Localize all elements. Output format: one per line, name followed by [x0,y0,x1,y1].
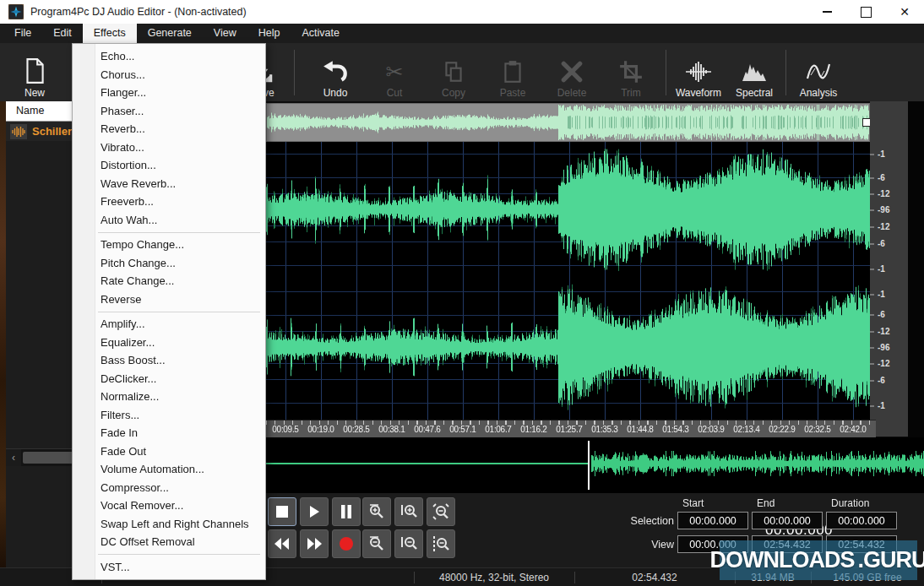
menu-help[interactable]: Help [247,24,291,43]
db-tick: -96 [878,343,889,352]
ruler-tick: 02:42.0 [835,425,871,434]
maximize-icon [861,7,872,18]
zoom-selection-button[interactable] [427,529,455,558]
db-tick: -12 [878,222,889,231]
ruler-tick: 01:25.7 [552,425,587,434]
play-button[interactable] [300,497,329,526]
menu-separator [98,312,260,312]
view-duration-field[interactable]: 02:54.432 [826,535,897,553]
menu-item-declicker[interactable]: DeClicker... [73,370,265,388]
cut-label: Cut [387,87,403,99]
scissors-icon: ✂ [386,59,404,84]
menu-item-reverb[interactable]: Reverb... [73,120,265,138]
menu-item-rate-change[interactable]: Rate Change... [73,272,265,290]
toolbar-separator [785,50,786,95]
trim-button[interactable]: Trim [603,45,659,102]
ruler-tick: 02:32.5 [800,425,835,434]
overview-waveform-bottom[interactable] [266,437,924,493]
status-disk-free: 145.09 GB free [811,568,924,586]
menu-item-bass-boost[interactable]: Bass Boost... [73,351,265,370]
menu-item-fade-out[interactable]: Fade Out [73,442,265,461]
menu-item-pitch-change[interactable]: Pitch Change... [73,254,265,273]
menu-item-phaser[interactable]: Phaser... [73,102,265,121]
main-waveform-display[interactable] [266,142,870,420]
menu-item-auto-wah[interactable]: Auto Wah... [73,211,265,230]
menu-item-tempo-change[interactable]: Tempo Change... [73,236,265,254]
overview-waveform-top[interactable] [266,103,870,142]
minimize-button[interactable] [807,0,846,24]
maximize-button[interactable] [846,0,885,24]
db-tick: -6 [878,173,885,182]
db-tick: -1 [878,290,885,299]
menu-item-reverse[interactable]: Reverse [73,290,265,309]
ruler-tick: 01:44.8 [622,425,658,434]
analysis-label: Analysis [800,87,838,99]
undo-button[interactable]: Undo [307,45,363,102]
menu-edit[interactable]: Edit [42,24,83,43]
ruler-tick: 00:09.5 [268,425,303,434]
menu-item-compressor[interactable]: Compressor... [73,479,265,497]
spectral-view-button[interactable]: Spectral [726,45,782,102]
fast-forward-button[interactable] [300,529,329,558]
menu-item-dc-offset-removal[interactable]: DC Offset Removal [73,533,265,551]
view-row-label: View [608,539,674,551]
waveform-view-button[interactable]: Waveform [669,45,728,102]
scroll-left-icon[interactable]: ‹ [6,449,21,466]
vertical-scrollbar-track[interactable] [908,101,924,437]
analysis-button[interactable]: Analysis [791,45,846,102]
selection-end-field[interactable]: 00:00.000 [752,512,823,529]
record-button[interactable] [332,529,361,558]
paste-button[interactable]: Paste [485,45,541,102]
menu-item-distortion[interactable]: Distortion... [73,156,265,175]
menu-item-flanger[interactable]: Flanger... [73,84,265,102]
menu-item-fade-in[interactable]: Fade In [73,424,265,442]
pause-button[interactable] [332,497,361,526]
menu-effects[interactable]: Effects [83,24,137,43]
end-header: End [757,497,775,509]
menu-item-vst[interactable]: VST... [73,558,265,577]
menu-item-echo[interactable]: Echo... [73,47,265,66]
menu-generate[interactable]: Generate [137,24,203,43]
time-ruler[interactable]: 00:09.5 00:19.0 00:28.5 00:38.1 00:47.6 … [266,420,876,438]
zoom-out-vertical-button[interactable] [394,529,423,558]
selection-start-field[interactable]: 00:00.000 [677,512,748,529]
cut-button[interactable]: ✂ Cut [367,45,422,102]
menu-item-wave-reverb[interactable]: Wave Reverb... [73,175,265,193]
clipboard-icon [500,59,525,84]
spectrum-icon [741,59,768,84]
menu-item-amplify[interactable]: Amplify... [73,315,265,334]
ruler-tick: 00:57.1 [445,425,481,434]
zoom-in-vertical-button[interactable] [394,497,423,526]
view-start-field[interactable]: 00:00.000 [677,535,748,553]
new-label: New [24,87,45,99]
window-edge [0,101,6,567]
menu-item-freeverb[interactable]: Freeverb... [73,193,265,211]
menu-activate[interactable]: Activate [291,24,350,43]
zoom-out-horizontal-button[interactable] [362,529,391,558]
menu-item-volume-automation[interactable]: Volume Automation... [73,460,265,479]
menu-item-chorus[interactable]: Chorus... [73,66,265,84]
copy-button[interactable]: Copy [426,45,481,102]
new-button[interactable]: New [7,45,63,102]
menu-item-equalizer[interactable]: Equalizer... [73,334,265,352]
menu-item-vibrato[interactable]: Vibrato... [73,138,265,157]
zoom-in-horizontal-button[interactable] [362,497,391,526]
stop-button[interactable] [268,497,296,526]
new-document-icon [22,57,47,84]
status-duration: 02:54.432 [574,568,735,586]
menu-item-normalize[interactable]: Normalize... [73,388,265,406]
menu-item-swap-channels[interactable]: Swap Left and Right Channels [73,515,265,534]
menu-item-vocal-remover[interactable]: Vocal Remover... [73,496,265,515]
menu-view[interactable]: View [203,24,247,43]
rewind-button[interactable] [268,529,296,558]
waveform-label: Waveform [676,87,721,99]
zoom-out-full-button[interactable] [427,497,455,526]
menu-file[interactable]: File [3,24,42,43]
delete-button[interactable]: Delete [544,45,600,102]
selection-duration-field[interactable]: 00:00.000 [826,512,897,529]
close-button[interactable]: ✕ [885,0,924,24]
view-end-field[interactable]: 02:54.432 [752,535,823,553]
toolbar-separator [666,50,666,95]
crop-icon [618,59,644,84]
menu-item-filters[interactable]: Filters... [73,406,265,425]
